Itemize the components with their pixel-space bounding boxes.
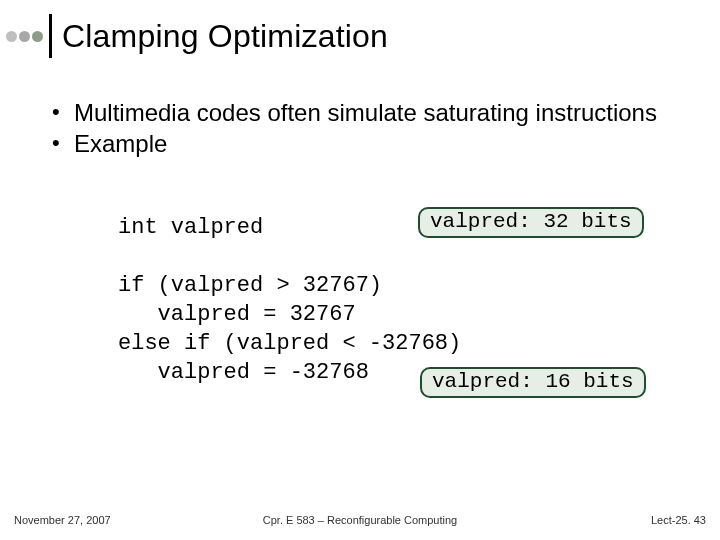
dot-icon bbox=[32, 31, 43, 42]
code-line: valpred = -32768 bbox=[118, 360, 369, 385]
bullet-item: Example bbox=[48, 129, 696, 160]
code-block: int valpred if (valpred > 32767) valpred… bbox=[118, 213, 461, 387]
code-line: if (valpred > 32767) bbox=[118, 273, 382, 298]
annotation-badge-16bits: valpred: 16 bits bbox=[420, 367, 646, 398]
code-line: valpred = 32767 bbox=[118, 302, 356, 327]
title-row: Clamping Optimization bbox=[6, 14, 388, 58]
slide-body: Multimedia codes often simulate saturati… bbox=[48, 98, 696, 159]
footer-course: Cpr. E 583 – Reconfigurable Computing bbox=[0, 514, 720, 526]
dot-icon bbox=[19, 31, 30, 42]
footer-lecture-number: Lect-25. 43 bbox=[651, 514, 706, 526]
decorative-dots bbox=[6, 31, 43, 42]
dot-icon bbox=[6, 31, 17, 42]
bullet-item: Multimedia codes often simulate saturati… bbox=[48, 98, 696, 129]
code-line: int valpred bbox=[118, 215, 263, 240]
slide: Clamping Optimization Multimedia codes o… bbox=[0, 0, 720, 540]
code-line: else if (valpred < -32768) bbox=[118, 331, 461, 356]
annotation-badge-32bits: valpred: 32 bits bbox=[418, 207, 644, 238]
slide-title: Clamping Optimization bbox=[62, 18, 388, 55]
vertical-divider bbox=[49, 14, 52, 58]
